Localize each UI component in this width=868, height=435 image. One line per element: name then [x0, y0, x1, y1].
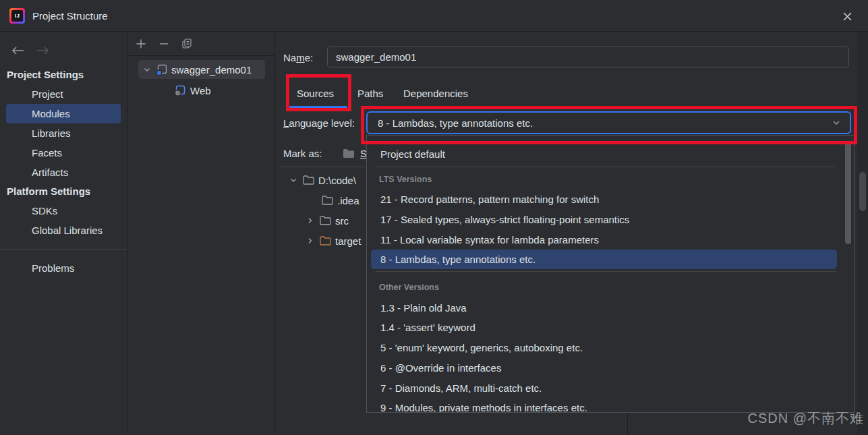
name-label: Name: [283, 52, 313, 63]
folder-icon [320, 216, 331, 225]
language-level-label: Language level: [283, 117, 355, 129]
bottom-divider [627, 413, 628, 435]
watermark-text: CSDN @不南不难 [747, 409, 864, 428]
section-header-project-settings: Project Settings [0, 65, 127, 84]
module-icon [156, 63, 168, 76]
folder-label: target [335, 235, 361, 247]
modules-toolbar [127, 32, 274, 56]
folder-icon [303, 175, 314, 185]
module-name-input[interactable] [327, 47, 849, 67]
sidebar-item-sdks[interactable]: SDKs [6, 201, 121, 221]
dropdown-item-1.3[interactable]: 1.3 - Plain old Java [367, 298, 854, 318]
chevron-right-icon[interactable] [305, 235, 316, 246]
forward-arrow-icon[interactable] [36, 45, 50, 56]
add-module-icon[interactable] [135, 38, 147, 50]
dropdown-scrollbar-thumb[interactable] [845, 141, 851, 244]
sidebar-item-artifacts[interactable]: Artifacts [6, 163, 121, 182]
title-bar: IJ Project Structure [0, 0, 868, 32]
tab-dependencies[interactable]: Dependencies [403, 88, 468, 99]
excluded-folder-icon [320, 236, 331, 245]
remove-module-icon[interactable] [158, 38, 170, 50]
modules-list-panel: swagger_demo01 Web [127, 32, 275, 435]
tab-sources[interactable]: Sources [297, 88, 334, 99]
mark-as-label: Mark as: [283, 148, 322, 159]
sidebar-item-problems[interactable]: Problems [6, 258, 121, 278]
history-nav [0, 32, 127, 65]
module-tree-row-web[interactable]: Web [174, 82, 274, 99]
sidebar-divider [0, 249, 127, 250]
tab-paths[interactable]: Paths [357, 88, 383, 99]
chevron-down-icon[interactable] [288, 175, 299, 185]
dropdown-item-7[interactable]: 7 - Diamonds, ARM, multi-catch etc. [367, 378, 854, 398]
dropdown-group-lts: LTS Versions [367, 169, 854, 190]
dropdown-item-1.4[interactable]: 1.4 - 'assert' keyword [367, 318, 854, 338]
settings-sidebar: Project Settings Project Modules Librari… [0, 32, 127, 435]
combo-chevron-down-icon [831, 117, 842, 128]
web-facet-icon [174, 84, 186, 96]
sidebar-item-libraries[interactable]: Libraries [6, 123, 121, 143]
sidebar-item-facets[interactable]: Facets [6, 143, 121, 163]
web-facet-label: Web [190, 85, 211, 96]
dropdown-item-6[interactable]: 6 - @Override in interfaces [367, 358, 854, 378]
chevron-down-icon[interactable] [142, 64, 152, 75]
dropdown-item-project-default[interactable]: Project default [367, 144, 854, 165]
language-level-dropdown-popup: Project default LTS Versions 21 - Record… [366, 135, 855, 413]
dialog-scrollbar-track[interactable] [857, 32, 868, 435]
dropdown-item-8-selected[interactable]: 8 - Lambdas, type annotations etc. [371, 250, 837, 269]
mark-as-folder-icon [343, 148, 355, 158]
language-level-combobox[interactable]: 8 - Lambdas, type annotations etc. [366, 111, 851, 134]
module-tree-row-root[interactable]: swagger_demo01 [138, 60, 265, 79]
dropdown-item-21[interactable]: 21 - Record patterns, pattern matching f… [367, 190, 854, 210]
dropdown-separator [367, 269, 854, 274]
dropdown-group-other: Other Versions [367, 274, 854, 298]
close-icon[interactable] [840, 9, 855, 24]
sidebar-item-global-libraries[interactable]: Global Libraries [6, 221, 121, 240]
folder-label: src [335, 215, 349, 227]
chevron-right-icon[interactable] [305, 215, 316, 226]
dropdown-separator [367, 165, 854, 169]
module-name: swagger_demo01 [171, 64, 252, 76]
copy-module-icon[interactable] [181, 38, 193, 50]
dropdown-item-11[interactable]: 11 - Local variable syntax for lambda pa… [367, 230, 854, 250]
content-root-path: D:\code\ [318, 175, 356, 186]
dialog-scrollbar-thumb[interactable] [859, 172, 866, 211]
folder-icon [322, 196, 333, 205]
back-arrow-icon[interactable] [11, 45, 25, 56]
language-level-value: 8 - Lambdas, type annotations etc. [378, 117, 831, 129]
active-tab-underline [289, 106, 347, 108]
intellij-logo-icon: IJ [9, 8, 25, 24]
sidebar-item-project[interactable]: Project [6, 84, 121, 104]
sidebar-item-modules[interactable]: Modules [6, 104, 121, 123]
folder-label: .idea [337, 195, 359, 206]
dropdown-item-17[interactable]: 17 - Sealed types, always-strict floatin… [367, 210, 854, 230]
section-header-platform-settings: Platform Settings [0, 182, 127, 201]
dialog-title: Project Structure [32, 10, 108, 22]
dropdown-item-5[interactable]: 5 - 'enum' keyword, generics, autoboxing… [367, 338, 854, 358]
project-structure-dialog: IJ Project Structure Project Settings Pr… [0, 0, 868, 435]
